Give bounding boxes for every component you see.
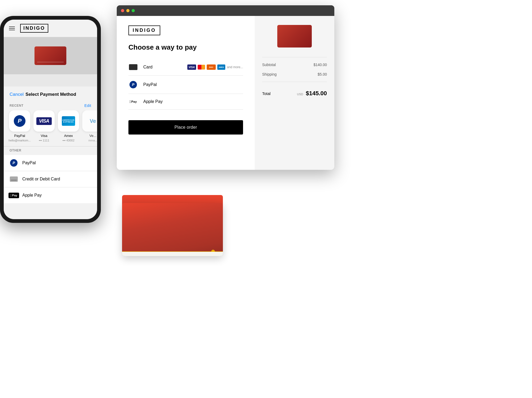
clutch-main-body [122,203,223,256]
phone-product-image [34,46,66,65]
applepay-icon-area: Pay [128,99,138,104]
subtotal-value: $140.00 [313,63,327,67]
sheet-title: Select Payment Method [25,92,76,97]
checkout-left-panel: INDIGO Choose a way to pay Card VISA DIS… [117,16,255,170]
other-card-label: Credit or Debit Card [22,177,60,181]
recent-section-label: RECENT Edit [4,101,97,110]
total-currency: USD [297,93,303,96]
paypal-icon: P [129,81,137,88]
browser-chrome [117,5,334,16]
shipping-row: Shipping $5.00 [262,72,327,76]
cancel-button[interactable]: Cancel [10,92,24,97]
paypal-payment-label: PayPal [143,82,243,87]
phone-screen: INDIGO Cancel Select Payment Method RECE… [4,20,97,219]
applepay-payment-label: Apple Pay [143,99,243,104]
maximize-dot[interactable] [132,9,135,12]
recent-amex-sublabel: ••• 43002 [62,139,74,142]
recent-venmo[interactable]: Ve Ve... mma... [82,110,97,142]
card-payment-option[interactable]: Card VISA DISC AMEX and more... [128,59,243,76]
recent-amex-label: Amex [64,134,73,138]
card-icon [129,64,137,70]
amex-icon: AMERICAN EXPRESS [62,116,75,126]
discover-logo-chip: DISC [207,64,216,70]
paypal-icon: P [14,115,25,127]
other-paypal-item[interactable]: P PayPal [4,155,97,171]
venmo-icon-box: Ve [82,110,97,132]
close-dot[interactable] [121,9,124,12]
amex-logo-chip: AMEX [217,64,225,70]
other-paypal-icon-area: P [10,159,18,167]
product-thumbnail-area [262,22,327,52]
other-paypal-icon: P [10,159,18,167]
other-card-item[interactable]: Credit or Debit Card [4,171,97,187]
recent-visa-label: Visa [41,134,47,138]
product-main-image [117,180,228,273]
edit-button[interactable]: Edit [84,103,91,108]
browser-content: INDIGO Choose a way to pay Card VISA DIS… [117,16,334,170]
applepay-icon: Pay [129,99,137,104]
payment-sheet: Cancel Select Payment Method RECENT Edit… [4,86,97,219]
place-order-button[interactable]: Place order [128,120,243,135]
clutch-bag [122,195,223,259]
recent-venmo-label: Ve... [89,134,96,138]
visa-icon: VISA [36,117,52,125]
paypal-icon-area: P [128,81,138,88]
total-value: $145.00 [306,90,327,97]
paypal-payment-option[interactable]: P PayPal [128,76,243,94]
visa-logo-chip: VISA [187,64,196,70]
total-label: Total [262,91,271,96]
phone-logo: INDIGO [20,24,48,33]
total-row: Total USD $145.00 [262,87,327,97]
other-applepay-item[interactable]: Pay Apple Pay [4,187,97,203]
checkout-title: Choose a way to pay [128,43,243,51]
mastercard-logo-chip [198,65,205,70]
mobile-phone: INDIGO Cancel Select Payment Method RECE… [0,16,106,233]
other-section-label: OTHER [4,146,97,155]
subtotal-row: Subtotal $140.00 [262,63,327,67]
shipping-value: $5.00 [318,72,327,76]
other-list: P PayPal Credit or Debit Card [4,155,97,203]
recent-amex[interactable]: AMERICAN EXPRESS Amex ••• 43002 [58,110,79,142]
recent-paypal[interactable]: P PayPal hello@markom... [9,110,30,142]
subtotal-label: Subtotal [262,63,276,67]
card-logos-row: VISA DISC AMEX and more... [187,64,243,70]
product-thumbnail-image [277,25,312,47]
app-header: INDIGO [4,20,97,37]
apple-pay-icon: Pay [8,193,19,198]
recent-cards-row: P PayPal hello@markom... VISA Visa [4,110,97,146]
shipping-label: Shipping [262,72,277,76]
sheet-header: Cancel Select Payment Method [4,86,97,101]
credit-card-icon [10,176,18,182]
card-icon-area [128,64,138,70]
other-applepay-icon-area: Pay [10,191,18,200]
phone-frame: INDIGO Cancel Select Payment Method RECE… [0,16,101,223]
hamburger-menu-icon[interactable] [9,27,15,30]
phone-product-area [4,37,97,74]
checkout-right-panel: Subtotal $140.00 Shipping $5.00 Total US… [255,16,334,170]
and-more-text: and more... [227,65,243,69]
recent-venmo-sublabel: mma... [88,139,97,142]
other-card-icon-area [10,175,18,183]
other-applepay-label: Apple Pay [22,193,42,198]
recent-paypal-sublabel: hello@markom... [8,139,31,142]
applepay-payment-option[interactable]: Pay Apple Pay [128,94,243,110]
recent-visa-sublabel: ••• 1111 [39,139,49,142]
card-payment-label: Card [143,65,182,70]
other-paypal-label: PayPal [22,161,36,165]
clutch-bottom-trim [122,252,223,256]
desktop-browser: INDIGO Choose a way to pay Card VISA DIS… [117,5,334,170]
desktop-logo: INDIGO [128,25,160,35]
summary-divider-top [262,57,327,57]
browser-frame: INDIGO Choose a way to pay Card VISA DIS… [117,5,334,170]
minimize-dot[interactable] [126,9,129,12]
recent-paypal-label: PayPal [14,134,25,138]
summary-divider-bottom [262,82,327,82]
recent-visa[interactable]: VISA Visa ••• 1111 [33,110,55,142]
venmo-icon: Ve [90,118,96,124]
